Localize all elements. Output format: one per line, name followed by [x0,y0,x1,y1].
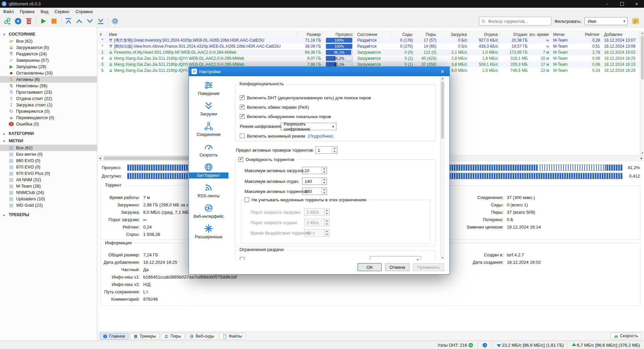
menu-item-1[interactable]: Правка [17,8,38,15]
sidebar-item-2-7[interactable]: ▤NNMClub (24) [0,189,97,196]
tab-files[interactable]: Файлы [219,333,246,340]
sidebar-item-2-0[interactable]: ▤Все (62) [0,145,97,151]
sidebar-item-2-2[interactable]: ▤860 EVO (0) [0,157,97,164]
spin-up-icon[interactable]: ▲ [322,167,327,170]
spin-down-icon[interactable]: ▼ [322,181,327,185]
sidebar-item-0-5[interactable]: ■Остановлены (33) [0,70,97,76]
sidebar-item-0-11[interactable]: ↻Проверяются (0) [0,108,97,114]
spin-up-icon[interactable]: ▲ [322,178,327,181]
sidebar-item-0-8[interactable]: ⇅Простаивают (23) [0,89,97,95]
column-header-7[interactable]: Загрузка [438,31,469,38]
scroll-down-icon[interactable]: ▼ [640,151,644,155]
cancel-button[interactable]: Отмена [385,263,410,271]
filter-by-select[interactable]: Имя [585,17,628,25]
encryption-mode-select[interactable]: Разрешать шифрование [281,123,336,130]
slow-torrents-checkbox-row[interactable]: Не учитывать медленные торренты в этих о… [245,196,369,203]
checkbox[interactable] [240,114,245,119]
privacy-checkbox-row[interactable]: Включить DHT (децентрализованную сеть) д… [240,94,371,101]
share-limit-select[interactable] [370,256,421,260]
close-button[interactable]: ✕ [629,0,644,8]
table-row[interactable]: *⇈[伟大发明].Great.Inventory.S01.2024.4320p.… [98,37,640,43]
spin-down-icon[interactable]: ▼ [324,222,329,226]
move-top-button[interactable] [63,16,73,26]
scroll-up-icon[interactable]: ▲ [640,31,644,35]
sidebar-item-0-3[interactable]: ✓Завершены (57) [0,57,97,63]
sidebar-item-0-12[interactable]: ◈Перемещаются (0) [0,114,97,121]
max-checking-spinbox[interactable]: 1 ▲▼ [315,146,337,154]
table-row[interactable]: *⇈[航拍法国].View.from.Above.France.S01.2024… [98,43,640,49]
add-link-button[interactable] [2,16,12,26]
column-header-0[interactable]: # [98,31,107,38]
menu-item-0[interactable]: Файл [0,8,17,15]
column-header-8[interactable]: Отдача [469,31,500,38]
tags-section-header[interactable]: ▾МЕТКИ [0,137,97,145]
sidebar-item-2-3[interactable]: ▤870 EVO (0) [0,164,97,170]
column-header-9[interactable]: Отдано [500,31,530,38]
column-header-4[interactable]: Состояние [355,31,391,38]
sidebar-item-2-6[interactable]: ▤M-Team (28) [0,183,97,189]
apply-button[interactable]: Применить [413,263,444,271]
menu-item-4[interactable]: Справка [72,8,96,15]
sidebar-item-0-10[interactable]: ↧Загрузка стоит (1) [0,102,97,108]
spin-up-icon[interactable]: ▲ [324,230,329,233]
tab-trackers[interactable]: Трекеры [130,333,159,340]
checkbox[interactable] [240,105,245,109]
categories-section-header[interactable]: ▸КАТЕГОРИИ [0,130,97,137]
queue-field-0-spinbox[interactable]: 10▲▼ [302,167,327,174]
slow-torrents-checkbox[interactable] [245,197,249,202]
scroll-thumb[interactable] [441,82,444,139]
table-row[interactable]: 4⇊Meng.Xiang.Gai.Zao.Jia.S11.2160p.iQIYI… [98,55,640,61]
move-bottom-button[interactable] [96,16,106,26]
menu-item-3[interactable]: Сервис [51,8,72,15]
scroll-thumb[interactable] [641,36,644,80]
spin-down-icon[interactable]: ▼ [324,233,329,236]
execution-log-icon[interactable] [631,16,640,26]
sidebar-item-0-1[interactable]: ⇊Загружаются (5) [0,44,97,51]
settings-nav-downloads[interactable]: Загрузки [189,101,228,121]
column-header-2[interactable]: Размер [297,31,323,38]
sidebar-item-2-4[interactable]: ▤970 EVO Plus (0) [0,170,97,177]
tab-peers[interactable]: Пиры [161,333,184,340]
settings-nav-connection[interactable]: Соединение [189,121,228,142]
tab-info[interactable]: Главное [100,333,128,340]
column-header-5[interactable]: Сиды [391,31,415,38]
settings-nav-advanced[interactable]: Расширенные [189,223,228,244]
resume-button[interactable] [38,16,48,26]
queueing-checkbox[interactable] [238,157,243,162]
scroll-down-icon[interactable]: ▼ [440,256,445,260]
column-header-1[interactable]: Имя [107,31,297,38]
torrent-filter-search[interactable] [479,17,551,26]
anonymous-mode-row[interactable]: Включить анонимный режим (Подробнее) [240,133,333,139]
status-section-header[interactable]: ▾СОСТОЯНИЕ [0,31,97,38]
sidebar-item-0-7[interactable]: ⇅Неактивны (56) [0,83,97,89]
speed-graph-button[interactable]: Скорость [610,333,641,339]
sidebar-item-0-4[interactable]: ▶Запущены (29) [0,63,97,70]
search-input[interactable] [487,18,549,24]
table-row[interactable]: 2⇊Fireworks.of.My.Heart.S01.1080p.NF.WEB… [98,49,640,55]
settings-nav-rss[interactable]: RSS-ленты [189,183,228,203]
sidebar-item-2-8[interactable]: ▤Uploaders (10) [0,196,97,202]
anonymous-mode-checkbox[interactable] [240,134,245,138]
column-header-11[interactable]: Метки [551,31,582,38]
move-down-button[interactable] [85,16,95,26]
dialog-close-icon[interactable]: ✕ [435,67,449,76]
column-header-12[interactable]: Рейтинг [582,31,602,38]
privacy-checkbox-row[interactable]: Включить обмен пирами (PeX) [240,104,309,110]
delete-button[interactable] [24,16,34,26]
settings-nav-webui[interactable]: Веб-интерфейс [189,203,228,223]
sidebar-item-0-6[interactable]: ⇅Активны (6) [0,76,97,83]
column-header-3[interactable]: Прогресс [323,31,355,38]
stop-button[interactable] [49,16,59,26]
spin-up-icon[interactable]: ▲ [322,188,327,191]
move-up-button[interactable] [74,16,84,26]
scroll-up-icon[interactable]: ▲ [440,76,445,81]
sidebar-item-0-0[interactable]: ⇄Все (62) [0,38,97,44]
share-limit-row[interactable] [240,256,247,260]
sidebar-item-2-5[interactable]: ▤All NNM (32) [0,177,97,183]
settings-scrollbar[interactable]: ▲ ▼ [440,76,445,260]
settings-nav-behavior[interactable]: Поведение [189,80,228,101]
sidebar-item-0-9[interactable]: ↥Отдача стоит (22) [0,95,97,102]
settings-nav-bittorrent[interactable]: БитТоррент [189,162,228,183]
trackers-section-header[interactable]: ▸ТРЕКЕРЫ [0,211,97,218]
ok-button[interactable]: OK [358,263,382,271]
